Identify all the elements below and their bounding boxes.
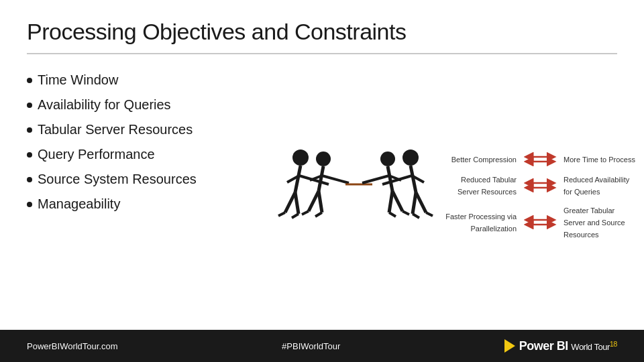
powerbi-logo: Power BI World Tour18 — [504, 339, 617, 353]
svg-line-22 — [413, 192, 416, 214]
svg-line-12 — [309, 191, 319, 211]
svg-point-8 — [316, 152, 331, 166]
svg-line-30 — [389, 191, 392, 213]
double-arrow-icon — [523, 178, 557, 192]
svg-point-17 — [402, 149, 419, 166]
tradeoff-row: Reduced Tabular Server Resources Reduced… — [443, 173, 637, 197]
svg-point-0 — [292, 149, 309, 166]
bullet-text: Query Performance — [38, 147, 155, 162]
svg-line-10 — [322, 176, 349, 183]
tradeoff-right-label: Greater Tabular Server and Source Resour… — [564, 206, 625, 239]
tradeoff-right-label: More Time to Process — [564, 156, 635, 164]
svg-line-1 — [295, 166, 301, 192]
svg-line-31 — [402, 211, 409, 215]
list-item: Query Performance — [27, 142, 255, 167]
powerbi-brand-text: Power BI World Tour18 — [519, 339, 617, 353]
tradeoff-left-label: Faster Processing via Parallelization — [445, 213, 517, 233]
svg-line-14 — [302, 211, 309, 215]
list-item: Manageability — [27, 192, 255, 217]
svg-point-25 — [380, 152, 395, 166]
tradeoff-row: Faster Processing via Parallelization Gr… — [443, 204, 637, 240]
svg-line-26 — [388, 166, 392, 191]
slide: Processing Objectives and Constraints Ti… — [0, 0, 644, 362]
tradeoff-grid: Better Compression More Time to ProcessR… — [443, 152, 637, 240]
powerbi-world-text: World Tour18 — [571, 342, 617, 352]
svg-line-27 — [362, 176, 389, 183]
svg-line-7 — [292, 214, 299, 218]
right-panel: Better Compression More Time to ProcessR… — [443, 54, 644, 330]
svg-line-23 — [426, 213, 433, 216]
tradeoff-left-label: Reduced Tabular Server Resources — [458, 176, 517, 196]
svg-line-5 — [295, 192, 299, 214]
bullet-icon — [27, 127, 32, 133]
tradeoff-right-label: Reduced Availability for Queries — [564, 176, 629, 196]
bullet-icon — [27, 103, 32, 108]
footer: PowerBIWorldTour.com #PBIWorldTour Power… — [0, 330, 644, 362]
bullet-icon — [27, 202, 32, 207]
center-panel — [268, 54, 443, 330]
list-item: Time Window — [27, 68, 255, 93]
svg-line-6 — [278, 213, 285, 216]
svg-line-9 — [319, 166, 323, 191]
powerbi-year: 18 — [610, 339, 617, 347]
svg-line-32 — [389, 213, 396, 217]
bullet-list: Time WindowAvailability for QueriesTabul… — [27, 68, 255, 217]
left-panel: Time WindowAvailability for QueriesTabul… — [0, 54, 268, 330]
tradeoff-left-label: Better Compression — [451, 156, 517, 164]
list-item: Availability for Queries — [27, 93, 255, 117]
svg-line-24 — [413, 214, 419, 218]
svg-line-13 — [319, 191, 322, 213]
bullet-text: Time Window — [38, 72, 118, 88]
double-arrow-icon — [523, 215, 557, 229]
double-arrow-icon — [523, 152, 557, 166]
tug-of-war-illustration — [275, 139, 436, 246]
bullet-text: Availability for Queries — [38, 97, 171, 113]
bullet-text: Tabular Server Resources — [38, 122, 193, 137]
powerbi-power: Power BI — [519, 339, 568, 353]
tradeoff-row: Better Compression More Time to Process — [443, 152, 637, 166]
svg-line-29 — [392, 191, 402, 211]
list-item: Source System Resources — [27, 167, 255, 192]
svg-line-18 — [411, 166, 416, 192]
bullet-text: Source System Resources — [38, 172, 197, 187]
svg-line-21 — [416, 192, 426, 213]
svg-line-15 — [315, 213, 322, 217]
list-item: Tabular Server Resources — [27, 117, 255, 142]
bullet-icon — [27, 78, 32, 83]
bullet-text: Manageability — [38, 196, 120, 212]
header: Processing Objectives and Constraints — [0, 0, 644, 53]
footer-website: PowerBIWorldTour.com — [27, 341, 118, 351]
main-content: Time WindowAvailability for QueriesTabul… — [0, 54, 644, 330]
page-title: Processing Objectives and Constraints — [27, 19, 617, 45]
svg-line-4 — [285, 192, 295, 213]
bullet-icon — [27, 152, 32, 158]
powerbi-triangle-icon — [504, 339, 515, 353]
footer-hashtag: #PBIWorldTour — [282, 341, 340, 351]
bullet-icon — [27, 177, 32, 182]
